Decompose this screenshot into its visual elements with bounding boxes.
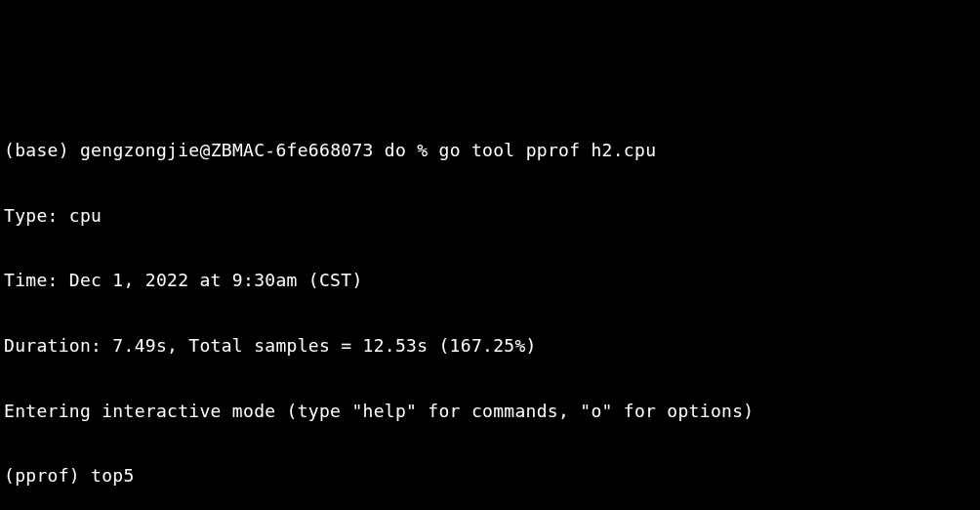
mode-line: Entering interactive mode (type "help" f… [4,395,976,427]
user: gengzongjie [80,140,200,160]
pprof-prompt[interactable]: (pprof) top5 [4,459,976,491]
env-tag: (base) [4,140,69,160]
time-line: Time: Dec 1, 2022 at 9:30am (CST) [4,264,976,296]
type-line: Type: cpu [4,199,976,232]
prompt-sep: % [417,140,428,160]
host: ZBMAC-6fe668073 [211,140,374,160]
shell-prompt-line: (base) gengzongjie@ZBMAC-6fe668073 do % … [4,134,976,166]
duration-line: Duration: 7.49s, Total samples = 12.53s … [4,329,976,361]
command-text[interactable]: go tool pprof h2.cpu [439,140,657,160]
cwd: do [385,140,406,160]
